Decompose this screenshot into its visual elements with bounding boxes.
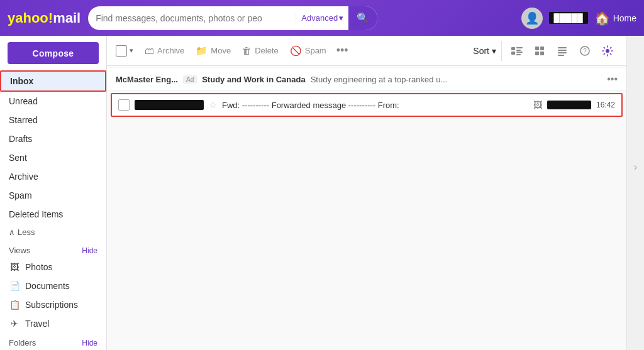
home-button[interactable]: 🏠 Home [594, 11, 636, 26]
sidebar-item-archive[interactable]: Archive [0, 167, 106, 186]
travel-icon: ✈ [9, 318, 20, 329]
header-right: 👤 █████ 🏠 Home [521, 8, 636, 29]
sidebar-item-subscriptions[interactable]: 📋 Subscriptions [0, 295, 106, 314]
content-area: ▾ 🗃 Archive 📁 Move 🗑 Delete 🚫 [107, 36, 626, 350]
svg-rect-1 [511, 52, 515, 55]
svg-rect-8 [535, 52, 539, 55]
svg-rect-7 [540, 46, 544, 50]
less-link[interactable]: ∧ Less [0, 224, 106, 241]
views-section-header: Views Hide [0, 241, 106, 258]
sidebar-item-unread[interactable]: Unread [0, 92, 106, 111]
toolbar: ▾ 🗃 Archive 📁 Move 🗑 Delete 🚫 [107, 36, 626, 66]
expand-panel-arrow[interactable]: › [634, 161, 637, 173]
logo-mail: mail [53, 10, 80, 26]
user-name: █████ [549, 12, 588, 24]
compose-button[interactable]: Compose [8, 42, 99, 64]
home-icon: 🏠 [594, 11, 610, 26]
sidebar-item-photos[interactable]: 🖼 Photos [0, 258, 106, 276]
search-button[interactable]: 🔍 [348, 6, 377, 30]
search-input[interactable] [88, 13, 296, 23]
people-view-icon[interactable] [507, 41, 527, 61]
sidebar-item-drafts[interactable]: Drafts [0, 129, 106, 148]
toolbar-combined: ▾ 🗃 Archive 📁 Move 🗑 Delete 🚫 [116, 41, 618, 61]
chevron-down-icon: ▾ [339, 13, 343, 23]
email-list: McMaster Eng... Ad Study and Work in Can… [107, 66, 626, 350]
person-icon: 👤 [525, 11, 539, 25]
sidebar-item-spam[interactable]: Spam [0, 186, 106, 205]
ad-sender: McMaster Eng... [116, 75, 178, 84]
svg-rect-4 [516, 52, 523, 53]
svg-rect-3 [516, 50, 521, 51]
delete-action[interactable]: 🗑 Delete [237, 43, 284, 58]
layout-icon[interactable] [552, 41, 572, 61]
sidebar-item-documents[interactable]: 📄 Documents [0, 276, 106, 295]
svg-rect-12 [558, 52, 567, 53]
spam-icon: 🚫 [290, 45, 302, 57]
sidebar: Compose Inbox Unread Starred Drafts Sent… [0, 36, 107, 350]
email-time: 16:42 [596, 101, 615, 109]
svg-rect-5 [516, 54, 521, 55]
logo-yahoo: yahoo! [8, 10, 53, 26]
email-from-redacted [547, 101, 591, 109]
sidebar-item-travel[interactable]: ✈ Travel [0, 314, 106, 333]
star-icon[interactable]: ☆ [209, 99, 217, 111]
help-icon[interactable]: ? [575, 41, 595, 61]
select-all-checkbox[interactable] [116, 45, 127, 57]
spam-action[interactable]: 🚫 Spam [285, 43, 331, 59]
sidebar-item-sent[interactable]: Sent [0, 148, 106, 167]
ad-more-button[interactable]: ••• [607, 74, 618, 85]
views-hide-link[interactable]: Hide [82, 246, 97, 255]
svg-rect-9 [540, 52, 544, 55]
more-actions-button[interactable]: ••• [333, 41, 352, 60]
email-checkbox[interactable] [118, 99, 130, 111]
archive-icon: 🗃 [145, 45, 154, 56]
header: yahoo!mail Advanced ▾ 🔍 👤 █████ 🏠 Home [0, 0, 644, 36]
email-sender-redacted [135, 100, 204, 110]
logo: yahoo!mail [8, 10, 80, 26]
search-icon: 🔍 [357, 12, 369, 24]
svg-rect-6 [535, 46, 539, 50]
main-layout: Compose Inbox Unread Starred Drafts Sent… [0, 36, 644, 350]
settings-icon[interactable] [597, 41, 618, 61]
attachment-icon: 🖼 [533, 100, 542, 110]
folders-hide-link[interactable]: Hide [82, 339, 97, 347]
right-panel: › [626, 36, 644, 350]
sort-chevron-icon: ▾ [492, 46, 496, 56]
search-advanced-button[interactable]: Advanced ▾ [296, 13, 348, 23]
svg-point-16 [606, 49, 609, 53]
folders-label: Folders [9, 338, 36, 347]
sidebar-item-starred[interactable]: Starred [0, 111, 106, 129]
toolbar-right: ? [501, 41, 618, 61]
subscriptions-icon: 📋 [9, 299, 20, 310]
select-dropdown-arrow[interactable]: ▾ [130, 46, 133, 55]
documents-icon: 📄 [9, 280, 20, 292]
home-label: Home [613, 13, 636, 23]
photos-icon: 🖼 [9, 261, 20, 273]
move-action[interactable]: 📁 Move [191, 43, 236, 59]
ad-preview: Study engineering at a top-ranked u... [311, 75, 448, 84]
ad-badge: Ad [183, 75, 197, 84]
toolbar-left: ▾ 🗃 Archive 📁 Move 🗑 Delete 🚫 [116, 41, 501, 60]
sidebar-item-inbox[interactable]: Inbox [0, 70, 106, 92]
archive-action[interactable]: 🗃 Archive [140, 43, 189, 58]
email-row[interactable]: ☆ Fwd: ---------- Forwarded message ----… [111, 93, 623, 117]
views-label: Views [9, 246, 30, 255]
email-subject: Fwd: ---------- Forwarded message ------… [222, 101, 528, 110]
ad-row[interactable]: McMaster Eng... Ad Study and Work in Can… [107, 68, 626, 90]
ad-title: Study and Work in Canada [202, 75, 305, 84]
sort-button[interactable]: Sort ▾ [468, 43, 501, 58]
svg-rect-0 [511, 47, 515, 50]
svg-rect-10 [558, 47, 567, 48]
sidebar-nav: Inbox Unread Starred Drafts Sent Archive… [0, 70, 106, 224]
folders-section-header: Folders Hide [0, 333, 106, 350]
svg-rect-2 [516, 47, 523, 48]
compact-view-icon[interactable] [530, 41, 550, 61]
sidebar-item-deleted[interactable]: Deleted Items [0, 205, 106, 224]
svg-text:?: ? [583, 48, 587, 55]
delete-icon: 🗑 [242, 45, 252, 56]
svg-rect-11 [558, 50, 567, 51]
avatar[interactable]: 👤 [521, 8, 543, 29]
move-icon: 📁 [196, 45, 208, 57]
search-bar: Advanced ▾ 🔍 [88, 6, 377, 30]
chevron-up-icon: ∧ [9, 227, 15, 237]
